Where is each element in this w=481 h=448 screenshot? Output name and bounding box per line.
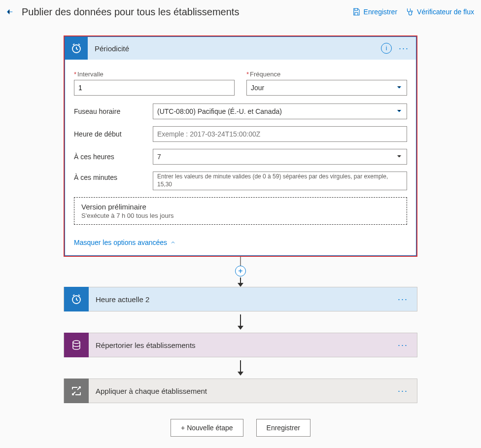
start-time-label: Heure de début (74, 130, 153, 138)
at-hours-value: 7 (157, 153, 161, 161)
arrow-connector (238, 314, 243, 330)
recurrence-card: Périodicité i ··· *Intervalle *Fréquence (65, 36, 416, 256)
recurrence-header[interactable]: Périodicité i ··· (65, 37, 416, 60)
svg-point-0 (411, 11, 412, 12)
top-bar: Publier des données pour tous les établi… (0, 0, 481, 22)
timezone-value: (UTC-08:00) Pacifique (É.-U. et Canada) (157, 107, 282, 115)
top-actions: Enregistrer Vérificateur de flux (352, 7, 474, 16)
step-title: Répertorier les établissements (89, 341, 398, 349)
loop-icon (64, 379, 89, 403)
connector (240, 257, 241, 267)
start-time-input[interactable] (153, 126, 407, 142)
frequency-value: Jour (251, 84, 264, 92)
save-label: Enregistrer (364, 8, 397, 16)
clock-icon (64, 287, 89, 311)
stethoscope-icon (405, 7, 414, 16)
database-icon (64, 333, 89, 357)
save-button-footer[interactable]: Enregistrer (256, 419, 310, 437)
preview-box: Version préliminaire S'exécute à 7 h 00 … (74, 197, 407, 225)
flow-checker-label: Vérificateur de flux (417, 8, 474, 16)
chevron-down-icon (396, 107, 403, 116)
row-start-time: Heure de début (74, 126, 407, 142)
more-menu[interactable]: ··· (399, 43, 409, 54)
step-current-time[interactable]: Heure actuelle 2 ··· (64, 287, 417, 311)
step-title: Heure actuelle 2 (89, 295, 398, 304)
flow-canvas: Périodicité i ··· *Intervalle *Fréquence (0, 22, 481, 437)
timezone-label: Fuseau horaire (74, 107, 153, 115)
step-apply-each[interactable]: Appliquer à chaque établissement ··· (64, 379, 417, 403)
row-interval-frequency: *Intervalle *Fréquence Jour (74, 70, 407, 96)
preview-title: Version préliminaire (81, 203, 400, 211)
recurrence-title: Périodicité (88, 44, 381, 53)
chevron-down-icon (396, 153, 403, 161)
recurrence-body: *Intervalle *Fréquence Jour Fuseau horai… (65, 60, 416, 235)
page-title: Publier des données pour tous les établi… (22, 6, 352, 18)
back-button[interactable] (3, 5, 17, 19)
at-minutes-label: À ces minutes (74, 172, 153, 181)
chevron-down-icon (396, 84, 403, 92)
more-menu[interactable]: ··· (398, 340, 417, 350)
more-menu[interactable]: ··· (398, 294, 417, 305)
at-hours-label: À ces heures (74, 153, 153, 161)
step-title: Appliquer à chaque établissement (89, 387, 398, 395)
new-step-button[interactable]: + Nouvelle étape (171, 419, 243, 437)
info-icon[interactable]: i (381, 43, 392, 54)
save-button[interactable]: Enregistrer (352, 7, 397, 16)
footer-buttons: + Nouvelle étape Enregistrer (171, 419, 310, 437)
interval-input[interactable] (74, 80, 235, 96)
clock-icon (65, 37, 88, 60)
row-at-hours: À ces heures 7 (74, 149, 407, 165)
more-menu[interactable]: ··· (398, 386, 417, 396)
preview-desc: S'exécute à 7 h 00 tous les jours (81, 212, 400, 219)
at-minutes-input[interactable]: Entrer les valeurs de minute valides (de… (153, 172, 407, 190)
timezone-select[interactable]: (UTC-08:00) Pacifique (É.-U. et Canada) (153, 103, 407, 119)
arrow-connector (238, 277, 243, 287)
interval-label: *Intervalle (74, 70, 235, 78)
add-step-inline[interactable]: + (235, 266, 246, 276)
recurrence-highlight: Périodicité i ··· *Intervalle *Fréquence (64, 35, 417, 257)
save-icon (352, 7, 361, 16)
frequency-select[interactable]: Jour (246, 80, 407, 96)
row-at-minutes: À ces minutes Entrer les valeurs de minu… (74, 172, 407, 190)
at-hours-select[interactable]: 7 (153, 149, 407, 165)
hide-advanced-toggle[interactable]: Masquer les options avancées (65, 235, 416, 255)
row-timezone: Fuseau horaire (UTC-08:00) Pacifique (É.… (74, 103, 407, 119)
recurrence-actions: i ··· (381, 43, 416, 54)
svg-point-3 (73, 341, 80, 344)
chevron-up-icon (170, 240, 176, 245)
flow-checker-button[interactable]: Vérificateur de flux (405, 7, 474, 16)
step-list-establishments[interactable]: Répertorier les établissements ··· (64, 333, 417, 357)
frequency-label: *Fréquence (246, 70, 407, 78)
arrow-connector (238, 360, 243, 376)
